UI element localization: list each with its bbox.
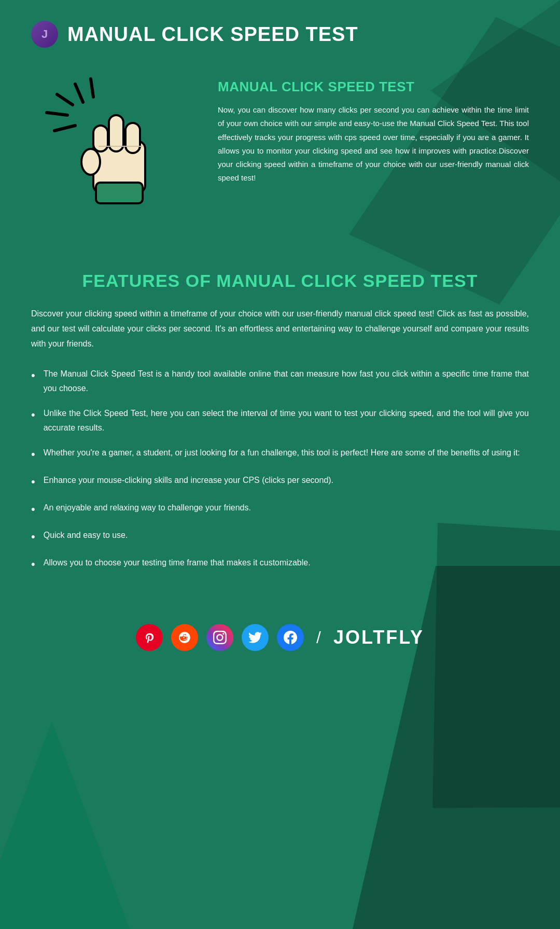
facebook-icon[interactable] <box>277 624 304 651</box>
features-section: FEATURES OF MANUAL CLICK SPEED TEST Disc… <box>0 250 560 603</box>
svg-line-2 <box>54 126 75 131</box>
svg-rect-8 <box>93 126 108 151</box>
features-title: FEATURES OF MANUAL CLICK SPEED TEST <box>31 271 529 291</box>
hero-text: MANUAL CLICK SPEED TEST Now, you can dis… <box>218 74 529 185</box>
list-item: Quick and easy to use. <box>31 528 529 545</box>
page-title: MANUAL CLICK SPEED TEST <box>67 23 358 46</box>
list-item: Unlike the Click Speed Test, here you ca… <box>31 406 529 435</box>
footer-brand: JOLTFLY <box>333 627 424 648</box>
footer: / JOLTFLY <box>0 603 560 677</box>
header: J MANUAL CLICK SPEED TEST <box>0 0 560 63</box>
pinterest-icon[interactable] <box>136 624 163 651</box>
svg-line-4 <box>91 79 93 97</box>
svg-line-3 <box>75 84 83 102</box>
hero-description: Now, you can discover how many clicks pe… <box>218 103 529 185</box>
svg-point-9 <box>81 149 100 175</box>
twitter-icon[interactable] <box>242 624 269 651</box>
hero-subtitle: MANUAL CLICK SPEED TEST <box>218 79 529 95</box>
list-item: An enjoyable and relaxing way to challen… <box>31 501 529 518</box>
hero-section: MANUAL CLICK SPEED TEST Now, you can dis… <box>0 63 560 250</box>
list-item: Enhance your mouse-clicking skills and i… <box>31 473 529 490</box>
reddit-icon[interactable] <box>171 624 198 651</box>
svg-rect-10 <box>96 183 143 203</box>
svg-rect-7 <box>125 123 140 153</box>
hero-image <box>31 74 197 219</box>
hand-click-icon <box>41 74 187 219</box>
features-intro: Discover your clicking speed within a ti… <box>31 307 529 351</box>
instagram-icon[interactable] <box>206 624 233 651</box>
footer-divider: / <box>316 628 321 647</box>
list-item: Whether you're a gamer, a student, or ju… <box>31 446 529 463</box>
svg-line-0 <box>57 94 73 105</box>
features-list: The Manual Click Speed Test is a handy t… <box>31 367 529 572</box>
list-item: The Manual Click Speed Test is a handy t… <box>31 367 529 396</box>
logo-icon: J <box>31 21 58 48</box>
svg-line-1 <box>47 113 67 115</box>
list-item: Allows you to choose your testing time f… <box>31 556 529 573</box>
